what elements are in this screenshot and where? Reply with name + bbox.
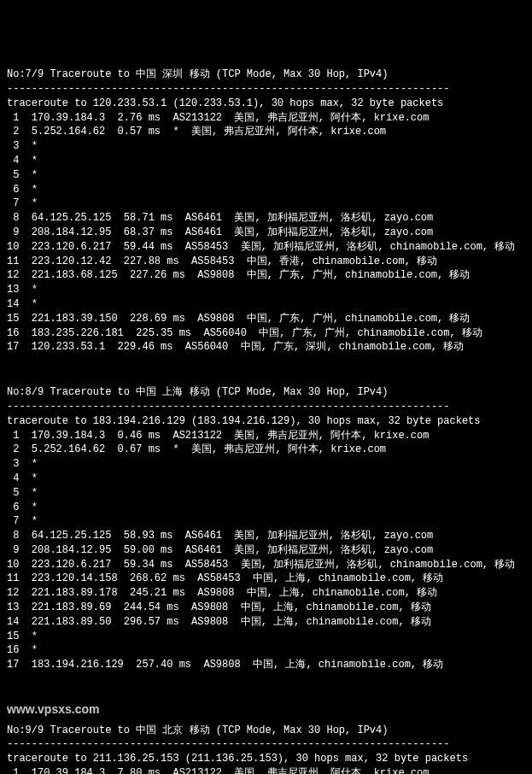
hop-line: 14 221.183.89.50 296.57 ms AS9808 中国, 上海… bbox=[7, 615, 525, 630]
hop-line: 15 * bbox=[7, 630, 525, 644]
divider: ----------------------------------------… bbox=[7, 737, 525, 752]
hop-line: 17 183.194.216.129 257.40 ms AS9808 中国, … bbox=[7, 658, 525, 672]
hop-line: 6 * bbox=[7, 183, 525, 197]
hop-line: 8 64.125.25.125 58.71 ms AS6461 美国, 加利福尼… bbox=[7, 211, 525, 226]
divider: ----------------------------------------… bbox=[7, 400, 525, 414]
trace-summary: traceroute to 183.194.216.129 (183.194.2… bbox=[7, 414, 525, 429]
terminal-output: No:7/9 Traceroute to 中国 深圳 移动 (TCP Mode,… bbox=[7, 67, 525, 774]
hop-line: 1 170.39.184.3 2.76 ms AS213122 美国, 弗吉尼亚… bbox=[7, 111, 525, 126]
hop-line: 3 * bbox=[7, 457, 525, 472]
trace-header: No:7/9 Traceroute to 中国 深圳 移动 (TCP Mode,… bbox=[7, 67, 525, 82]
hop-line: 10 223.120.6.217 59.44 ms AS58453 美国, 加利… bbox=[7, 240, 525, 255]
hop-line: 5 * bbox=[7, 168, 525, 183]
hop-line: 13 221.183.89.69 244.54 ms AS9808 中国, 上海… bbox=[7, 601, 525, 615]
hop-line: 12 221.183.89.178 245.21 ms AS9808 中国, 上… bbox=[7, 586, 525, 601]
blank-line bbox=[7, 355, 525, 368]
hop-line: 2 5.252.164.62 0.67 ms * 美国, 弗吉尼亚州, 阿什本,… bbox=[7, 443, 525, 457]
hop-line: 15 221.183.39.150 228.69 ms AS9808 中国, 广… bbox=[7, 312, 525, 326]
blank-line bbox=[7, 672, 525, 686]
hop-line: 7 * bbox=[7, 514, 525, 529]
hop-line: 9 208.184.12.95 59.00 ms AS6461 美国, 加利福尼… bbox=[7, 543, 525, 558]
trace-summary: traceroute to 120.233.53.1 (120.233.53.1… bbox=[7, 97, 525, 111]
hop-line: 4 * bbox=[7, 472, 525, 486]
hop-line: 12 221.183.68.125 227.26 ms AS9808 中国, 广… bbox=[7, 268, 525, 283]
trace-header: No:8/9 Traceroute to 中国 上海 移动 (TCP Mode,… bbox=[7, 385, 525, 400]
trace-header: No:9/9 Traceroute to 中国 北京 移动 (TCP Mode,… bbox=[7, 724, 525, 738]
blank-line bbox=[7, 368, 525, 382]
hop-line: 11 223.120.12.42 227.88 ms AS58453 中国, 香… bbox=[7, 255, 525, 269]
hop-line: 10 223.120.6.217 59.34 ms AS58453 美国, 加利… bbox=[7, 558, 525, 572]
hop-line: 1 170.39.184.3 0.46 ms AS213122 美国, 弗吉尼亚… bbox=[7, 429, 525, 443]
trace-summary: traceroute to 211.136.25.153 (211.136.25… bbox=[7, 752, 525, 766]
watermark: www.vpsxs.com bbox=[7, 700, 525, 720]
hop-line: 1 170.39.184.3 7.80 ms AS213122 美国, 弗吉尼亚… bbox=[7, 766, 525, 774]
hop-line: 6 * bbox=[7, 501, 525, 515]
hop-line: 7 * bbox=[7, 196, 525, 211]
hop-line: 17 120.233.53.1 229.46 ms AS56040 中国, 广东… bbox=[7, 340, 525, 355]
hop-line: 9 208.184.12.95 68.37 ms AS6461 美国, 加利福尼… bbox=[7, 226, 525, 240]
hop-line: 13 * bbox=[7, 283, 525, 297]
hop-line: 11 223.120.14.158 268.62 ms AS58453 中国, … bbox=[7, 572, 525, 586]
hop-line: 2 5.252.164.62 0.57 ms * 美国, 弗吉尼亚州, 阿什本,… bbox=[7, 125, 525, 139]
hop-line: 4 * bbox=[7, 154, 525, 168]
blank-line bbox=[7, 686, 525, 700]
hop-line: 3 * bbox=[7, 139, 525, 154]
hop-line: 5 * bbox=[7, 486, 525, 501]
divider: ----------------------------------------… bbox=[7, 82, 525, 97]
hop-line: 16 183.235.226.181 225.35 ms AS56040 中国,… bbox=[7, 326, 525, 341]
hop-line: 8 64.125.25.125 58.93 ms AS6461 美国, 加利福尼… bbox=[7, 529, 525, 543]
hop-line: 16 * bbox=[7, 643, 525, 658]
hop-line: 14 * bbox=[7, 297, 525, 312]
